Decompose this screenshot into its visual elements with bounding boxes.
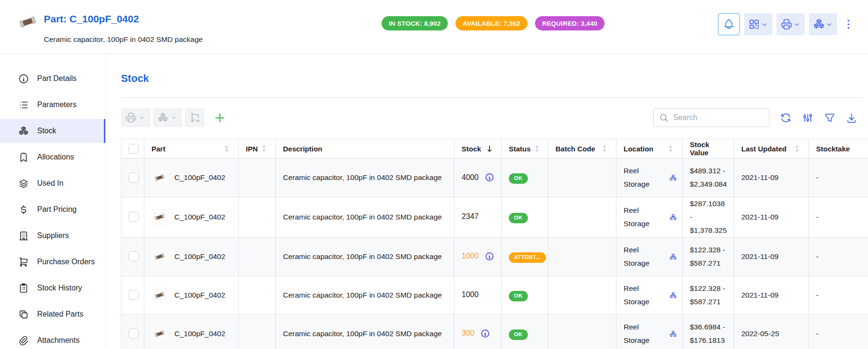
add-stock-button[interactable] <box>213 111 226 124</box>
refresh-button[interactable] <box>780 112 792 124</box>
cell-part: C_100pF_0402 <box>144 159 239 197</box>
sidebar-item-allocations[interactable]: Allocations <box>0 145 105 169</box>
sitemap-icon <box>669 213 677 221</box>
part-thumbnail[interactable] <box>17 12 38 31</box>
location-name[interactable]: Reel Storage <box>624 164 655 191</box>
chevron-down-icon <box>825 20 833 29</box>
download-icon <box>846 112 858 124</box>
main-panel: Stock PartIPNDescriptionStockStatusBatch… <box>106 54 868 349</box>
sidebar-item-part-details[interactable]: Part Details <box>0 67 105 90</box>
column-header-stocktake: Stocktake <box>809 139 868 159</box>
location-name[interactable]: Reel Storage <box>624 320 655 347</box>
location-name[interactable]: Reel Storage <box>624 282 655 309</box>
cell-last-updated: 2021-11-09 <box>734 237 809 276</box>
cell-description: Ceramic capacitor, 100pF in 0402 SMD pac… <box>276 314 454 349</box>
content-area: Part DetailsParametersStockAllocationsUs… <box>0 54 868 349</box>
more-options-button[interactable] <box>841 13 856 35</box>
notifications-button[interactable] <box>718 13 740 35</box>
sidebar-item-used-in[interactable]: Used In <box>0 171 105 195</box>
table-body: C_100pF_0402Ceramic capacitor, 100pF in … <box>121 159 868 349</box>
barcode-actions-button[interactable] <box>744 13 772 35</box>
stock-quantity: 1000 <box>462 249 479 263</box>
cell-ipn <box>239 276 276 314</box>
order-stock-button[interactable] <box>185 108 205 127</box>
sidebar-item-stock[interactable]: Stock <box>0 119 105 143</box>
stock-row[interactable]: C_100pF_0402Ceramic capacitor, 100pF in … <box>121 197 868 238</box>
sidebar-item-stock-history[interactable]: Stock History <box>0 276 105 300</box>
stock-row[interactable]: C_100pF_0402Ceramic capacitor, 100pF in … <box>121 314 868 349</box>
part-name: C_100pF_0402 <box>174 327 225 340</box>
sort-icon <box>222 144 231 153</box>
location-name[interactable]: Reel Storage <box>624 204 655 230</box>
column-header-last-updated[interactable]: Last Updated <box>734 139 809 159</box>
info-badge-icon[interactable] <box>484 251 495 261</box>
column-header-stock[interactable]: Stock <box>454 139 502 159</box>
row-checkbox[interactable] <box>129 329 139 339</box>
cell-ipn <box>239 159 276 197</box>
list-icon <box>18 100 29 110</box>
row-select-cell <box>121 237 144 276</box>
search-input[interactable] <box>673 113 764 122</box>
part-thumbnail <box>151 326 168 342</box>
chevron-down-icon <box>793 20 801 29</box>
stock-table: PartIPNDescriptionStockStatusBatch CodeL… <box>121 139 868 349</box>
cell-stock: 1000 <box>454 276 502 314</box>
column-header-part[interactable]: Part <box>144 139 239 159</box>
location-name[interactable]: Reel Storage <box>624 243 655 270</box>
filter-button[interactable] <box>824 112 836 124</box>
cell-stocktake: - <box>809 276 868 314</box>
sidebar-item-label: Attachments <box>37 336 80 345</box>
print-actions-button[interactable] <box>777 13 805 35</box>
stock-row[interactable]: C_100pF_0402Ceramic capacitor, 100pF in … <box>121 237 868 276</box>
stock-row[interactable]: C_100pF_0402Ceramic capacitor, 100pF in … <box>121 159 868 197</box>
sidebar-item-suppliers[interactable]: Suppliers <box>0 224 105 248</box>
column-label: Stock <box>462 145 481 153</box>
sidebar-item-parameters[interactable]: Parameters <box>0 93 105 117</box>
row-checkbox[interactable] <box>129 173 139 183</box>
cell-description: Ceramic capacitor, 100pF in 0402 SMD pac… <box>276 237 454 276</box>
sidebar-item-related-parts[interactable]: Related Parts <box>0 302 105 326</box>
part-thumbnail <box>151 209 168 225</box>
cell-stock-value: $287.1038 - $1,378.325 <box>683 197 734 238</box>
row-checkbox[interactable] <box>129 212 139 222</box>
column-header-stock-value: Stock Value <box>683 139 734 159</box>
column-header-batch-code[interactable]: Batch Code <box>548 139 616 159</box>
dollar-icon <box>18 204 29 215</box>
sort-icon <box>666 144 675 153</box>
column-label: Stock Value <box>690 140 727 157</box>
table-toolbar-left <box>121 108 226 127</box>
sidebar-item-attachments[interactable]: Attachments <box>0 329 105 349</box>
select-all-checkbox[interactable] <box>129 144 139 154</box>
part-name: C_100pF_0402 <box>174 289 225 302</box>
sidebar-item-part-pricing[interactable]: Part Pricing <box>0 198 105 221</box>
cell-description: Ceramic capacitor, 100pF in 0402 SMD pac… <box>276 197 454 238</box>
column-header-description: Description <box>276 139 454 159</box>
qrcode-icon <box>748 18 760 30</box>
cell-batch-code <box>548 314 616 349</box>
info-badge-icon[interactable] <box>484 172 495 182</box>
print-options-button[interactable] <box>121 108 150 127</box>
cell-status: ATTENT... <box>502 237 548 276</box>
header-actions <box>718 13 856 35</box>
column-label: Location <box>624 145 654 153</box>
status-badge: OK <box>509 291 528 301</box>
column-header-status[interactable]: Status <box>502 139 548 159</box>
stock-actions-button[interactable] <box>809 13 837 35</box>
sidebar-item-purchase-orders[interactable]: Purchase Orders <box>0 250 105 274</box>
chevron-down-icon <box>170 114 178 121</box>
cubes-icon <box>157 112 169 123</box>
row-checkbox[interactable] <box>129 251 139 261</box>
cell-part: C_100pF_0402 <box>144 237 239 276</box>
stock-row[interactable]: C_100pF_0402Ceramic capacitor, 100pF in … <box>121 276 868 314</box>
cell-location: Reel Storage <box>616 159 683 197</box>
download-button[interactable] <box>846 112 858 124</box>
row-checkbox[interactable] <box>129 290 139 300</box>
stock-options-button[interactable] <box>153 108 182 127</box>
cell-stock: 4000 <box>454 159 502 197</box>
cell-location: Reel Storage <box>616 197 683 238</box>
info-badge-icon[interactable] <box>480 329 490 339</box>
column-header-location[interactable]: Location <box>616 139 683 159</box>
column-header-ipn[interactable]: IPN <box>239 139 276 159</box>
adjust-columns-button[interactable] <box>802 112 814 124</box>
sliders-icon <box>802 112 814 124</box>
